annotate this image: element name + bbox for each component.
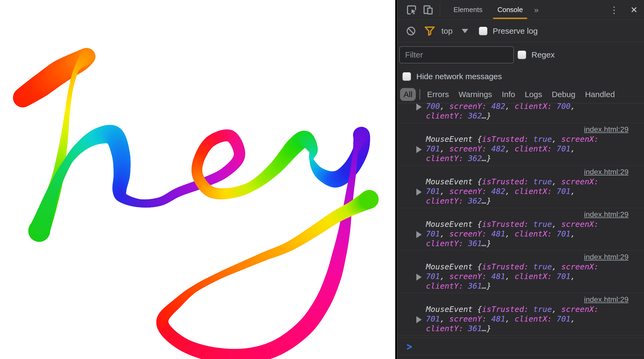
source-link[interactable]: index.html:29 [584, 253, 629, 261]
close-icon[interactable]: ✕ [630, 6, 638, 14]
console-prompt[interactable]: > [398, 338, 644, 355]
drawing-canvas-panel[interactable] [0, 0, 395, 359]
object-preview-line: clientY: 361…} [426, 239, 629, 248]
source-link[interactable]: index.html:29 [584, 210, 629, 219]
panel-divider[interactable] [395, 0, 397, 359]
object-preview-line: clientY: 361…} [426, 281, 629, 291]
pill-separator [420, 89, 420, 100]
log-level-warnings[interactable]: Warnings [459, 90, 492, 99]
hide-network-row: Hide network messages [398, 67, 644, 86]
more-tabs-icon[interactable]: » [534, 5, 538, 14]
context-value: top [441, 26, 453, 36]
filter-icon[interactable] [424, 25, 436, 37]
object-preview-line: clientY: 362…} [426, 111, 629, 121]
object-preview-line: MouseEvent {isTrusted: true, screenX: [426, 262, 629, 272]
log-level-filter-bar: AllErrorsWarningsInfoLogsDebugHandled [398, 86, 644, 103]
preserve-log-label: Preserve log [493, 26, 538, 36]
object-preview-line: 701, screenY: 482, clientX: 701, [426, 186, 629, 196]
hide-network-label: Hide network messages [416, 72, 502, 81]
preserve-log-checkbox[interactable] [479, 27, 487, 35]
object-preview-line: MouseEvent {isTrusted: true, screenX: [426, 219, 629, 229]
expand-triangle-icon[interactable] [416, 146, 422, 153]
object-preview-line: clientY: 361…} [426, 324, 629, 333]
expand-triangle-icon[interactable] [416, 316, 422, 323]
chevron-down-icon [462, 29, 468, 33]
expand-triangle-icon[interactable] [416, 189, 422, 196]
device-toolbar-icon[interactable] [422, 4, 434, 16]
console-message-list[interactable]: index.html:29MouseEvent {isTrusted: true… [398, 103, 644, 338]
devtools-menu-icon[interactable]: ⋮ [610, 5, 619, 14]
prompt-chevron-icon: > [407, 340, 412, 353]
log-level-all[interactable]: All [400, 88, 416, 101]
regex-checkbox[interactable] [518, 51, 526, 59]
expand-triangle-icon[interactable] [416, 231, 422, 238]
console-message[interactable]: index.html:29MouseEvent {isTrusted: true… [398, 208, 644, 251]
console-message[interactable]: index.html:29MouseEvent {isTrusted: true… [398, 293, 644, 336]
console-message[interactable]: index.html:29MouseEvent {isTrusted: true… [398, 166, 644, 208]
log-level-handled[interactable]: Handled [585, 90, 615, 99]
devtools-tab-bar: ElementsConsole » ⋮ ✕ [398, 0, 644, 20]
clear-console-icon[interactable] [405, 25, 417, 37]
object-preview-line: 700, screenY: 482, clientX: 700, [426, 103, 629, 111]
object-preview-line: 701, screenY: 481, clientX: 701, [426, 272, 629, 281]
object-preview-line: MouseEvent {isTrusted: true, screenX: [426, 134, 629, 144]
expand-triangle-icon[interactable] [416, 104, 422, 110]
filter-input[interactable] [399, 46, 514, 63]
console-message[interactable]: index.html:29MouseEvent {isTrusted: true… [398, 103, 644, 123]
devtools-bottom-strip [398, 355, 644, 359]
console-message[interactable]: index.html:29MouseEvent {isTrusted: true… [398, 123, 644, 166]
console-message[interactable]: index.html:29MouseEvent {isTrusted: true… [398, 251, 644, 293]
regex-label: Regex [532, 50, 555, 59]
source-link[interactable]: index.html:29 [584, 125, 629, 133]
devtools-panel: ElementsConsole » ⋮ ✕ top Preserve log [397, 0, 644, 359]
object-preview-line: 701, screenY: 481, clientX: 701, [426, 229, 629, 239]
log-level-debug[interactable]: Debug [552, 90, 575, 99]
tab-console[interactable]: Console [493, 0, 527, 20]
source-link[interactable]: index.html:29 [584, 295, 629, 304]
object-preview-line: 701, screenY: 481, clientX: 701, [426, 314, 629, 324]
expand-triangle-icon[interactable] [416, 274, 422, 281]
object-preview-line: clientY: 362…} [426, 196, 629, 206]
hide-network-checkbox[interactable] [402, 72, 411, 81]
inspect-element-icon[interactable] [406, 4, 417, 16]
log-level-info[interactable]: Info [502, 90, 515, 99]
rainbow-hey-drawing[interactable] [0, 0, 395, 359]
filter-row: Regex [398, 42, 644, 67]
object-preview-line: 701, screenY: 482, clientX: 701, [426, 144, 629, 154]
object-preview-line: MouseEvent {isTrusted: true, screenX: [426, 304, 629, 314]
object-preview-line: clientY: 362…} [426, 154, 629, 163]
console-toolbar: top Preserve log [398, 20, 644, 42]
tabbar-separator [440, 4, 440, 16]
log-level-errors[interactable]: Errors [427, 90, 449, 99]
execution-context-selector[interactable]: top [436, 26, 479, 36]
object-preview-line: MouseEvent {isTrusted: true, screenX: [426, 177, 629, 186]
source-link[interactable]: index.html:29 [584, 168, 629, 176]
tab-elements[interactable]: Elements [449, 0, 487, 20]
log-level-logs[interactable]: Logs [525, 90, 542, 99]
